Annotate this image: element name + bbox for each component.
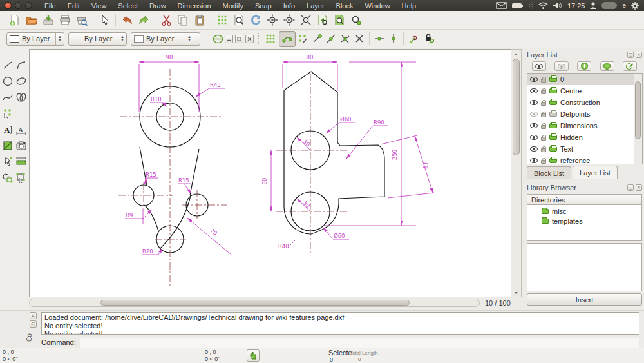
dock-close-icon[interactable]: ✕ xyxy=(636,184,642,191)
layer-visibility-icon[interactable] xyxy=(530,146,538,152)
layer-visibility-icon[interactable] xyxy=(530,88,538,93)
canvas-vertical-scrollbar[interactable]: ▲ ▼ xyxy=(511,49,522,297)
zoom-window-button[interactable] xyxy=(331,12,348,28)
line-tool[interactable] xyxy=(1,57,14,72)
user-icon[interactable] xyxy=(590,2,596,9)
hide-all-layers-button[interactable] xyxy=(554,61,569,71)
save-file-button[interactable] xyxy=(40,12,57,28)
console-close-icon[interactable]: ✕ xyxy=(30,312,37,319)
redraw-button[interactable] xyxy=(247,12,264,28)
paste-button[interactable] xyxy=(191,12,208,28)
window-close-button[interactable] xyxy=(5,2,12,9)
layer-visibility-icon[interactable] xyxy=(530,123,538,128)
layer-visibility-icon[interactable] xyxy=(530,158,538,163)
layer-lock-icon[interactable] xyxy=(541,102,546,106)
menu-draw[interactable]: Draw xyxy=(144,2,172,10)
layer-lock-icon[interactable] xyxy=(541,137,546,141)
line-width-combo[interactable]: By Layer ▲▼ xyxy=(68,32,127,46)
snap-middle-button[interactable] xyxy=(324,31,338,47)
layer-lock-icon[interactable] xyxy=(541,90,546,94)
window-minimize-button[interactable] xyxy=(15,2,22,9)
dimension-tool[interactable]: A xyxy=(14,122,28,137)
layer-row[interactable]: reference xyxy=(527,155,634,164)
bluetooth-icon[interactable] xyxy=(529,2,533,9)
select-tool[interactable] xyxy=(1,154,14,169)
vertical-scroll-thumb[interactable] xyxy=(513,59,520,155)
text-tool[interactable]: A xyxy=(1,122,14,137)
linetype-combo-spinner[interactable]: ▲▼ xyxy=(185,33,193,45)
layer-lock-icon[interactable] xyxy=(541,113,546,117)
scroll-down-arrow[interactable]: ▼ xyxy=(512,289,520,297)
snap-hand-button[interactable] xyxy=(247,349,260,362)
explode-tool[interactable] xyxy=(14,170,28,185)
redo-button[interactable] xyxy=(135,12,152,28)
horizontal-scroll-thumb[interactable] xyxy=(100,300,410,306)
console-float-icon[interactable]: ◱ xyxy=(30,320,37,328)
menu-layer[interactable]: Layer xyxy=(301,2,330,10)
layer-visibility-icon[interactable] xyxy=(530,100,538,105)
library-preview-pane[interactable] xyxy=(527,243,642,291)
layer-visibility-icon[interactable] xyxy=(530,135,538,140)
pointer-button[interactable] xyxy=(96,12,113,28)
layer-list-scrollbar[interactable] xyxy=(634,74,642,164)
insert-button[interactable]: Insert xyxy=(527,293,642,306)
layer-lock-icon[interactable] xyxy=(541,79,546,83)
menu-block[interactable]: Block xyxy=(330,2,359,10)
ellipse-tool[interactable] xyxy=(14,74,28,88)
battery-icon[interactable] xyxy=(512,3,524,9)
open-file-button[interactable] xyxy=(23,12,40,28)
new-file-button[interactable] xyxy=(6,12,23,28)
menu-dimension[interactable]: Dimension xyxy=(172,2,217,10)
menu-modify[interactable]: Modify xyxy=(217,2,249,10)
restrict-horizontal-button[interactable] xyxy=(372,31,386,47)
command-input[interactable] xyxy=(80,338,639,348)
dock-float-icon[interactable]: ◱ xyxy=(627,184,634,191)
scroll-up-arrow[interactable]: ▲ xyxy=(512,50,520,57)
mdi-minimize-button[interactable] xyxy=(225,35,233,43)
volume-icon[interactable] xyxy=(553,2,562,9)
snap-off-button[interactable] xyxy=(352,31,366,47)
layer-row[interactable]: Text xyxy=(527,143,634,155)
hatch-tool[interactable] xyxy=(1,138,14,153)
layer-lock-icon[interactable] xyxy=(541,160,546,164)
snap-grid-button[interactable] xyxy=(296,31,310,47)
layer-row[interactable]: Dimensions xyxy=(527,120,634,132)
clock[interactable]: 17:25 xyxy=(567,2,585,10)
snap-free-button[interactable] xyxy=(279,31,296,47)
drawing-canvas[interactable]: 90 R45 R10 R15 R15 R9 R20 70 80 Ø60 R90 … xyxy=(29,49,511,297)
directory-item-templates[interactable]: templates xyxy=(527,216,641,226)
zoom-out-button[interactable] xyxy=(281,12,298,28)
copy-button[interactable] xyxy=(175,12,191,28)
layer-row[interactable]: Hidden xyxy=(527,132,634,143)
zoom-page-button[interactable] xyxy=(231,12,247,28)
color-combo[interactable]: By Layer ▲▼ xyxy=(6,32,64,46)
block-tool[interactable] xyxy=(1,170,14,185)
edit-layer-button[interactable] xyxy=(623,61,637,71)
layer-visibility-icon[interactable] xyxy=(530,112,538,117)
snap-endpoint-button[interactable] xyxy=(310,31,324,47)
print-button[interactable] xyxy=(57,12,73,28)
zoom-in-button[interactable] xyxy=(264,12,281,28)
dock-float-icon[interactable]: ◱ xyxy=(627,52,634,58)
menu-file[interactable]: File xyxy=(39,2,62,10)
undo-button[interactable] xyxy=(118,12,135,28)
layer-print-icon[interactable] xyxy=(549,112,557,117)
cut-button[interactable] xyxy=(158,12,175,28)
image-tool[interactable] xyxy=(14,138,28,153)
lock-relative-zero-button[interactable] xyxy=(421,31,437,47)
layer-scroll-thumb[interactable] xyxy=(635,81,641,139)
mail-icon[interactable] xyxy=(496,2,507,9)
remove-layer-button[interactable] xyxy=(600,61,614,71)
mdi-close-button[interactable] xyxy=(245,35,254,43)
menu-select[interactable]: Select xyxy=(112,2,144,10)
directory-item-misc[interactable]: misc xyxy=(527,206,641,216)
layer-visibility-icon[interactable] xyxy=(530,77,538,82)
point-tool[interactable] xyxy=(1,106,14,121)
layer-print-icon[interactable] xyxy=(549,158,557,163)
canvas-horizontal-scrollbar[interactable] xyxy=(29,299,480,307)
menu-view[interactable]: View xyxy=(86,2,113,10)
width-combo-spinner[interactable]: ▲▼ xyxy=(118,33,126,45)
line-type-combo[interactable]: By Layer ▲▼ xyxy=(131,32,200,46)
wifi-icon[interactable] xyxy=(538,2,548,9)
show-all-layers-button[interactable] xyxy=(532,61,546,71)
